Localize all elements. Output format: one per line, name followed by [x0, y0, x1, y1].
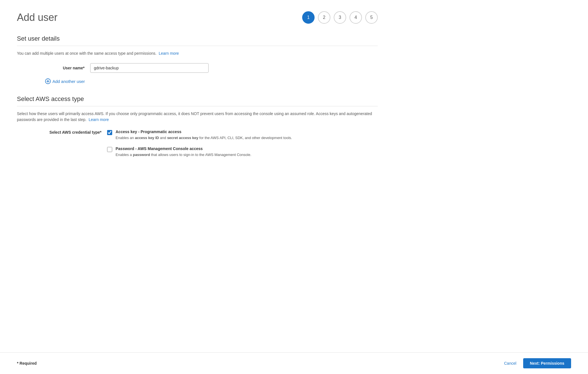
programmatic-access-description: Enables an access key ID and secret acce…: [116, 135, 292, 141]
aws-access-type-title: Select AWS access type: [17, 95, 378, 106]
required-note: * Required: [17, 361, 37, 366]
console-access-option: Password - AWS Management Console access…: [107, 146, 292, 158]
aws-access-type-learn-more-link[interactable]: Learn more: [89, 117, 109, 122]
page-header: Add user 1 2 3 4 5: [17, 11, 378, 24]
username-label: User name*: [45, 66, 90, 70]
credential-type-row: Select AWS credential type* Access key -…: [17, 129, 378, 157]
step-2-indicator[interactable]: 2: [318, 11, 330, 24]
add-another-user-row: Add another user: [17, 77, 378, 85]
aws-access-type-description-text: Select how these users will primarily ac…: [17, 111, 372, 122]
add-another-user-button[interactable]: Add another user: [45, 77, 85, 85]
step-indicators: 1 2 3 4 5: [302, 11, 378, 24]
set-user-details-learn-more-link[interactable]: Learn more: [159, 51, 179, 56]
page-footer: * Required Cancel Next: Permissions: [0, 352, 588, 374]
set-user-details-title: Set user details: [17, 35, 378, 46]
set-user-details-description-text: You can add multiple users at once with …: [17, 51, 156, 56]
next-permissions-button[interactable]: Next: Permissions: [523, 358, 571, 368]
footer-actions: Cancel Next: Permissions: [504, 358, 571, 368]
console-access-content: Password - AWS Management Console access…: [116, 146, 251, 158]
username-input[interactable]: [90, 63, 209, 73]
set-user-details-section: Set user details You can add multiple us…: [17, 35, 378, 85]
username-row: User name*: [17, 63, 378, 73]
aws-access-type-section: Select AWS access type Select how these …: [17, 95, 378, 157]
credential-options: Access key - Programmatic access Enables…: [107, 129, 292, 157]
console-access-title[interactable]: Password - AWS Management Console access: [116, 146, 251, 151]
page-title: Add user: [17, 12, 58, 23]
step-3-indicator[interactable]: 3: [334, 11, 346, 24]
add-another-user-label: Add another user: [52, 79, 85, 84]
cancel-button[interactable]: Cancel: [504, 361, 516, 366]
programmatic-access-content: Access key - Programmatic access Enables…: [116, 129, 292, 141]
plus-circle-icon: [45, 78, 51, 84]
programmatic-access-option: Access key - Programmatic access Enables…: [107, 129, 292, 141]
step-5-indicator[interactable]: 5: [365, 11, 378, 24]
step-4-indicator[interactable]: 4: [350, 11, 362, 24]
set-user-details-description: You can add multiple users at once with …: [17, 50, 378, 56]
console-access-description: Enables a password that allows users to …: [116, 152, 251, 158]
aws-access-type-description: Select how these users will primarily ac…: [17, 111, 378, 123]
console-access-checkbox[interactable]: [107, 147, 112, 152]
programmatic-access-title[interactable]: Access key - Programmatic access: [116, 129, 292, 134]
step-1-indicator[interactable]: 1: [302, 11, 315, 24]
credential-type-label: Select AWS credential type*: [45, 129, 107, 135]
programmatic-access-checkbox[interactable]: [107, 130, 112, 135]
